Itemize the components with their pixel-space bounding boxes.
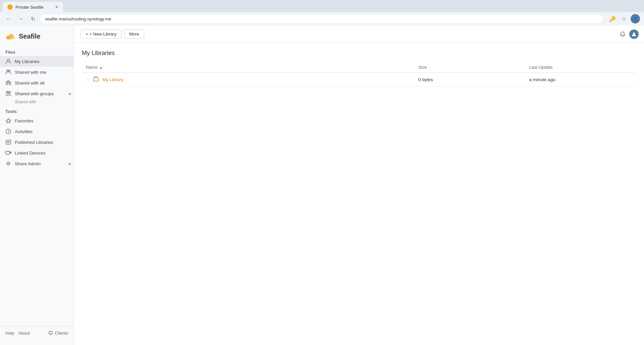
shared-with-groups-icon	[5, 91, 11, 97]
shared-with-me-icon	[5, 69, 11, 75]
svg-point-13	[8, 92, 9, 94]
star-icon[interactable]: ☆	[86, 77, 90, 82]
new-library-icon: +	[86, 32, 88, 37]
logo-icon	[5, 31, 16, 42]
forward-button[interactable]: →	[16, 14, 25, 23]
collapse-button[interactable]: ◀	[68, 92, 71, 96]
svg-point-22	[7, 163, 9, 165]
more-button[interactable]: More	[124, 30, 144, 39]
user-menu-button[interactable]	[629, 30, 639, 39]
logo-text: Seafile	[19, 33, 40, 40]
files-section-label: Files	[0, 47, 73, 56]
main-content: + + New Library More	[74, 25, 644, 345]
svg-point-10	[9, 82, 11, 83]
tab-title: Private Seafile	[15, 5, 44, 10]
bookmark-icon[interactable]: ☆	[619, 14, 629, 23]
svg-point-6	[9, 70, 10, 72]
sidebar-item-linked-devices[interactable]: Linked Devices	[0, 148, 73, 158]
library-last-update: a minute ago	[525, 73, 636, 87]
notification-bell-button[interactable]	[617, 29, 628, 40]
sidebar-item-label: Activities	[15, 129, 33, 134]
sidebar-item-label: Shared with all	[15, 80, 45, 85]
sidebar-item-shared-with-me[interactable]: Shared with me	[0, 67, 73, 77]
page-title: My Libraries	[82, 50, 636, 57]
activities-icon	[5, 128, 11, 134]
favorites-icon	[5, 118, 11, 124]
more-label: More	[129, 32, 139, 37]
sidebar-item-shared-with-groups[interactable]: Shared with groups ◀	[0, 88, 73, 99]
sidebar-item-label: Favorites	[15, 118, 34, 123]
sidebar-item-label: My Libraries	[15, 59, 40, 64]
table-row: ☆ My Library	[82, 73, 636, 87]
linked-devices-icon	[5, 150, 11, 156]
clients-label: Clients	[55, 331, 68, 336]
sidebar-item-shared-with-all[interactable]: Shared with all	[0, 77, 73, 88]
new-library-label: + New Library	[90, 32, 117, 37]
svg-rect-23	[49, 332, 52, 334]
clients-link[interactable]: Clients	[49, 331, 68, 336]
password-icon[interactable]: 🔑	[608, 14, 617, 23]
bell-icon	[620, 31, 626, 37]
refresh-button[interactable]: ↻	[28, 14, 38, 23]
svg-rect-19	[6, 151, 10, 154]
libraries-table: Name ▲ Size Last Update ☆	[82, 62, 636, 87]
share-admin-collapse[interactable]: ◀	[68, 162, 71, 166]
svg-point-0	[8, 5, 12, 9]
svg-point-3	[11, 37, 15, 39]
sidebar-item-share-admin[interactable]: Share Admin ◀	[0, 158, 73, 169]
sidebar-item-my-libraries[interactable]: My Libraries	[0, 56, 73, 67]
address-bar[interactable]	[40, 15, 602, 23]
sidebar-footer: Help About Clients	[0, 326, 73, 340]
shared-with-all-icon	[5, 80, 11, 86]
library-link[interactable]: My Library	[102, 77, 123, 82]
my-libraries-icon	[5, 58, 11, 64]
svg-marker-14	[6, 118, 11, 123]
shared-with-label: Shared with	[0, 99, 73, 106]
tab-close-button[interactable]: ✕	[55, 5, 58, 9]
tab-favicon	[7, 4, 13, 10]
name-col-label: Name	[86, 65, 98, 70]
sidebar-item-label: Linked Devices	[15, 151, 46, 156]
app-logo[interactable]: Seafile	[0, 31, 73, 47]
sidebar-item-label: Published Libraries	[15, 140, 53, 145]
user-icon	[631, 32, 637, 37]
library-icon	[93, 76, 100, 83]
back-button[interactable]: ←	[4, 14, 13, 23]
main-body: My Libraries Name ▲ Size Last Update	[74, 43, 644, 345]
user-avatar[interactable]: 👤	[631, 14, 640, 23]
new-library-button[interactable]: + + New Library	[80, 30, 121, 39]
published-libraries-icon	[5, 139, 11, 145]
monitor-icon	[49, 331, 53, 336]
sidebar-item-published-libraries[interactable]: Published Libraries	[0, 137, 73, 148]
share-admin-icon	[5, 161, 11, 167]
svg-rect-16	[6, 140, 11, 144]
tools-section-label: Tools	[0, 106, 73, 115]
main-toolbar: + + New Library More	[74, 25, 617, 43]
svg-point-5	[7, 70, 8, 72]
sort-arrow-icon: ▲	[99, 66, 103, 69]
about-link[interactable]: About	[18, 331, 30, 336]
svg-point-8	[8, 81, 9, 82]
library-size: 0 bytes	[414, 73, 525, 87]
browser-tab[interactable]: Private Seafile ✕	[3, 2, 63, 12]
col-update-header[interactable]: Last Update	[525, 62, 636, 73]
svg-rect-27	[94, 77, 98, 81]
sidebar-item-activities[interactable]: Activities	[0, 126, 73, 137]
sidebar-item-label: Shared with groups	[15, 91, 54, 96]
col-size-header[interactable]: Size	[414, 62, 525, 73]
help-link[interactable]: Help	[5, 331, 14, 336]
sidebar: Seafile Files My Libraries	[0, 25, 74, 345]
svg-point-9	[6, 82, 7, 83]
col-name-header[interactable]: Name ▲	[82, 62, 414, 73]
sidebar-item-favorites[interactable]: Favorites	[0, 115, 73, 126]
sidebar-item-label: Share Admin	[15, 161, 41, 166]
sidebar-item-label: Shared with me	[15, 70, 46, 75]
